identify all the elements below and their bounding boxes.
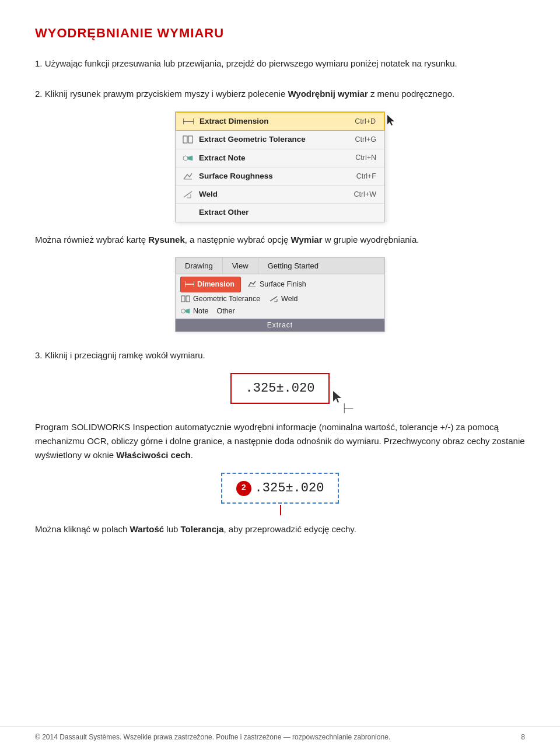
surface-shortcut: Ctrl+F [356,171,376,182]
weld-icon [181,189,194,200]
ribbon-row-1: Dimension Surface Finish [180,277,380,292]
extract-dimension-label: Extract Dimension [200,116,355,127]
ribbon-tab-drawing: Drawing [176,258,223,274]
svg-point-6 [183,156,188,160]
svg-point-17 [181,309,186,313]
weld-ribbon-icon [268,294,279,303]
footer-copyright: © 2014 Dassault Systèmes. Wszelkie prawa… [35,732,390,742]
geometric-label: Extract Geometric Tolerance [199,134,355,145]
svg-marker-3 [387,115,394,125]
svg-line-16 [270,296,277,301]
ribbon-geometric: Geometric Tolerance [180,294,260,305]
geometric-shortcut: Ctrl+G [355,134,376,145]
svg-marker-7 [188,156,192,160]
ribbon-weld: Weld [268,294,298,305]
ribbon-tab-getting-started: Getting Started [258,258,328,274]
other-icon [181,207,194,218]
context-menu-item-weld: Weld Ctrl+W [176,186,384,204]
context-menu-image: Extract Dimension Ctrl+D [35,111,525,222]
ribbon-row-3: Note Other [180,306,380,317]
dimension-box: .325±.020 [230,373,330,404]
bottom-bar: © 2014 Dassault Systèmes. Wszelkie prawa… [0,727,560,747]
ribbon-panel: Drawing View Getting Started [175,257,385,333]
ribbon-other: Other [216,306,235,317]
feature-value: .325±.020 [255,479,324,498]
ribbon-content: Dimension Surface Finish [176,274,384,319]
final-note-section: Można kliknąć w polach Wartość lub Toler… [35,522,525,536]
svg-rect-5 [188,136,192,143]
surface-label: Surface Roughness [199,170,356,182]
step1-section: 1. Używając funkcji przesuwania lub prze… [35,57,525,71]
svg-marker-19 [333,391,341,403]
context-menu-item-extract-dimension: Extract Dimension Ctrl+D [176,112,384,131]
ribbon-tabs: Drawing View Getting Started [176,258,384,275]
weld-shortcut: Ctrl+W [354,189,376,200]
bracket-symbol: ├─ [342,402,354,414]
page-container: WYODRĘBNIANIE WYMIARU 1. Używając funkcj… [0,0,560,747]
note1-text: Można również wybrać kartę Rysunek, a na… [35,233,525,247]
note-shortcut: Ctrl+N [355,152,376,163]
balloon-number: 2 [236,481,251,496]
note-label: Extract Note [199,152,355,164]
surface-finish-icon [247,280,257,289]
svg-marker-18 [186,309,190,313]
feature-box-wrap: 2 .325±.020 [35,473,525,504]
step1-text: 1. Używając funkcji przesuwania lub prze… [35,57,525,71]
solidworks-section: Program SOLIDWORKS Inspection automatycz… [35,420,525,504]
note-icon [181,153,194,163]
feature-line [280,505,281,515]
feature-box: 2 .325±.020 [221,473,340,504]
svg-rect-15 [186,296,190,302]
context-menu: Extract Dimension Ctrl+D [175,111,385,222]
step3-section: 3. Kliknij i przeciągnij ramkę wokół wym… [35,348,525,404]
ribbon-panel-image: Drawing View Getting Started [35,257,525,333]
dimension-box-wrap: .325±.020 ├─ [35,373,525,404]
step2-text: 2. Kliknij rysunek prawym przyciskiem my… [35,87,525,101]
geometric-icon [181,134,194,145]
ribbon-note: Note [180,306,208,317]
cursor-arrow [387,115,394,129]
ribbon-dimension-button[interactable]: Dimension [180,277,241,292]
other-label: Extract Other [199,207,376,218]
ribbon-row-2: Geometric Tolerance Weld [180,294,380,305]
svg-rect-14 [181,296,185,302]
svg-rect-4 [183,136,187,143]
extract-dimension-shortcut: Ctrl+D [355,116,376,127]
surface-icon [181,171,194,181]
final-note-text: Można kliknąć w polach Wartość lub Toler… [35,522,525,536]
geometric-tolerance-icon [180,294,191,303]
solidworks-text: Program SOLIDWORKS Inspection automatycz… [35,420,525,462]
step3-text: 3. Kliknij i przeciągnij ramkę wokół wym… [35,348,525,362]
footer-page-number: 8 [521,732,525,742]
context-menu-item-surface: Surface Roughness Ctrl+F [176,167,384,186]
context-menu-item-geometric: Extract Geometric Tolerance Ctrl+G [176,131,384,149]
context-menu-item-note: Extract Note Ctrl+N [176,149,384,167]
note-ribbon-icon [180,306,191,316]
ribbon-surface-finish: Surface Finish [247,279,306,290]
context-menu-item-other: Extract Other [176,204,384,221]
ribbon-tab-view: View [223,258,258,274]
dimension-value: .325±.020 [246,381,315,396]
weld-label: Weld [199,189,354,200]
ribbon-footer: Extract [176,319,384,331]
page-title: WYODRĘBNIANIE WYMIARU [35,23,525,43]
dimension-icon [184,280,195,289]
step2-section: 2. Kliknij rysunek prawym przyciskiem my… [35,87,525,332]
extract-dimension-icon [182,116,195,127]
